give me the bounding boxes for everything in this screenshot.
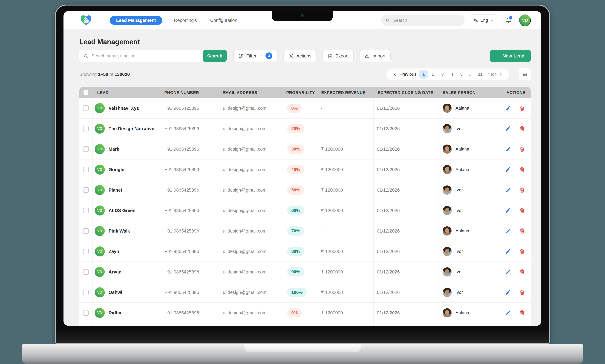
table-row: VD Zayn +91 9865425896 ui.design@gmail.c…	[79, 241, 531, 262]
actions-button[interactable]: Actions	[283, 50, 316, 62]
actions-cell	[504, 118, 531, 139]
edit-button[interactable]	[505, 248, 511, 254]
global-search[interactable]	[381, 14, 465, 26]
expected-revenue-cell	[317, 323, 373, 326]
page-number-button[interactable]: 11	[476, 70, 484, 78]
language-selector[interactable]: Eng	[469, 14, 498, 26]
edit-button[interactable]	[505, 269, 511, 275]
sales-person-name: Aalana	[456, 228, 469, 234]
table-row: VD Aryan +91 9865425896 ui.design@gmail.…	[79, 262, 531, 282]
sales-person-avatar	[443, 206, 452, 215]
lead-avatar: VD	[95, 308, 105, 318]
table-row: VD Oshwi +91 9865425896 ui.design@gmail.…	[79, 282, 531, 303]
lead-avatar: VD	[95, 103, 105, 113]
actions-divider	[515, 146, 515, 152]
delete-button[interactable]	[519, 146, 525, 152]
user-avatar[interactable]: VD	[519, 14, 531, 26]
actions-cell	[504, 323, 531, 326]
export-button[interactable]: Export	[323, 50, 354, 62]
global-search-input[interactable]	[393, 18, 460, 23]
import-label: Import	[373, 53, 385, 59]
lead-search-field[interactable]	[79, 50, 203, 62]
probability-badge: 60%	[287, 206, 304, 215]
row-select-cell	[79, 159, 93, 180]
row-checkbox[interactable]	[83, 310, 89, 316]
phone-cell: +91 9865425896	[160, 118, 218, 139]
probability-cell: 80%	[282, 241, 317, 261]
row-checkbox[interactable]	[83, 146, 89, 152]
expected-revenue-cell: ₹ 1200000	[317, 159, 373, 180]
delete-button[interactable]	[519, 126, 525, 132]
page-number-list: 1 2 3 4 5 ... 11	[419, 70, 484, 78]
row-checkbox[interactable]	[83, 105, 89, 111]
list-view-button[interactable]	[519, 68, 531, 80]
edit-button[interactable]	[505, 310, 511, 316]
row-select-cell	[79, 241, 93, 261]
edit-button[interactable]	[505, 228, 511, 234]
delete-button[interactable]	[519, 167, 525, 172]
row-checkbox[interactable]	[83, 187, 89, 193]
notifications-button[interactable]	[502, 14, 515, 26]
row-checkbox[interactable]	[83, 289, 89, 295]
sales-person-avatar	[443, 124, 452, 133]
table-row: VD Vaishnavi Xyz +91 9865425896 ui.desig…	[79, 98, 531, 118]
actions-label: Actions	[296, 53, 311, 59]
delete-button[interactable]	[519, 208, 525, 213]
sales-person-avatar	[443, 144, 452, 154]
delete-button[interactable]	[519, 248, 525, 254]
pencil-icon	[505, 228, 511, 234]
expected-closing-date-cell: 01/12/2026	[373, 118, 438, 139]
delete-button[interactable]	[519, 105, 525, 111]
trash-icon	[519, 248, 525, 254]
edit-button[interactable]	[505, 126, 511, 132]
filter-button[interactable]: Filter 3	[233, 50, 277, 62]
edit-button[interactable]	[505, 187, 511, 193]
probability-cell: 40%	[282, 159, 317, 180]
lead-name: Google	[108, 167, 124, 172]
edit-button[interactable]	[505, 208, 511, 213]
lead-cell: VD ALDS Green	[93, 200, 160, 221]
delete-button[interactable]	[519, 310, 525, 316]
phone-cell: +91 9865425896	[160, 241, 218, 261]
previous-page-button[interactable]: Previous	[391, 72, 418, 77]
row-checkbox[interactable]	[83, 167, 89, 172]
page-number-button[interactable]: 4	[448, 70, 456, 78]
expected-closing-date-cell: 01/12/2026	[373, 221, 438, 241]
nav-tab-configuration[interactable]: Configuration	[209, 18, 239, 23]
header-sales-person: SALES PERSON	[438, 90, 504, 95]
next-page-button[interactable]: Next	[486, 72, 504, 77]
page-number-button[interactable]: 3	[438, 70, 447, 78]
pencil-icon	[505, 146, 511, 152]
import-button[interactable]: Import	[360, 50, 390, 62]
lead-name: Planet	[108, 187, 122, 193]
lead-search-input[interactable]	[91, 53, 199, 59]
search-button[interactable]: Search	[203, 50, 227, 62]
lead-cell: VD Ridha	[93, 303, 160, 323]
delete-button[interactable]	[519, 269, 525, 275]
email-cell: ui.design@gmail.com	[218, 282, 282, 302]
page-number-button[interactable]: 2	[429, 70, 437, 78]
edit-button[interactable]	[505, 146, 511, 152]
nav-tab-lead-management[interactable]: Lead Management	[110, 16, 162, 25]
page-number-button[interactable]: 5	[457, 70, 466, 78]
delete-button[interactable]	[519, 289, 525, 295]
page-number-button[interactable]: ...	[467, 70, 475, 78]
sales-person-avatar	[443, 226, 452, 235]
main-nav: Lead Management Reporting's Configuratio…	[110, 16, 239, 25]
edit-button[interactable]	[505, 289, 511, 295]
new-lead-button[interactable]: + New Lead	[490, 50, 531, 62]
delete-button[interactable]	[519, 228, 525, 234]
row-checkbox[interactable]	[83, 249, 89, 254]
row-checkbox[interactable]	[83, 208, 89, 213]
leads-table: LEAD PHONE NUMBER EMAIL ADDRESS PROBABIL…	[79, 87, 531, 326]
webcam	[301, 14, 304, 17]
row-checkbox[interactable]	[83, 126, 89, 131]
edit-button[interactable]	[505, 167, 511, 172]
nav-tab-reportings[interactable]: Reporting's	[172, 18, 199, 23]
edit-button[interactable]	[505, 105, 511, 111]
delete-button[interactable]	[519, 187, 525, 193]
select-all-checkbox[interactable]	[83, 90, 89, 95]
row-checkbox[interactable]	[83, 228, 89, 234]
row-checkbox[interactable]	[83, 269, 89, 275]
page-number-button[interactable]: 1	[419, 70, 428, 78]
